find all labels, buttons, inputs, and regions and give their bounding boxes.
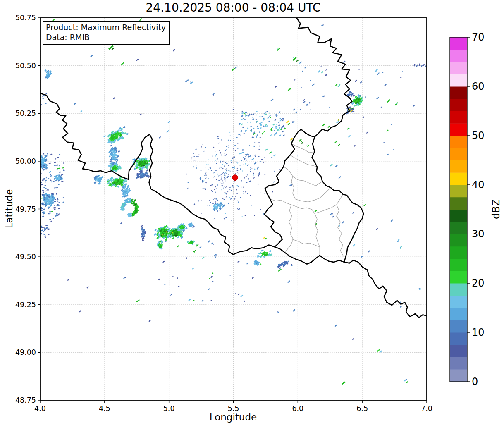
y-tick-label: 49.50: [15, 253, 36, 261]
y-tick-label: 49.75: [15, 205, 36, 213]
colorbar-band: [450, 308, 467, 320]
colorbar-band: [450, 210, 467, 222]
radar-echo-cell: [43, 187, 45, 188]
radar-echo-cell: [43, 169, 44, 170]
radar-echo-cell: [44, 197, 45, 198]
colorbar-band: [450, 332, 467, 345]
colorbar-band: [450, 320, 467, 332]
colorbar-band: [450, 37, 467, 50]
colorbar-band: [450, 197, 467, 210]
radar-echo-cell: [47, 153, 48, 154]
x-tick-label: 5.0: [163, 404, 175, 413]
x-tick-label: 4.5: [99, 404, 110, 413]
product-box: Product: Maximum Reflectivity Data: RMIB: [43, 21, 170, 45]
radar-echo-cell: [43, 153, 44, 154]
colorbar-band: [450, 234, 467, 246]
product-box-line1: Product: Maximum Reflectivity: [46, 22, 166, 32]
colorbar-band: [450, 345, 467, 357]
colorbar-band: [450, 86, 467, 99]
y-tick-label: 49.25: [15, 301, 36, 309]
colorbar-tick-label: 70: [472, 31, 485, 43]
colorbar-tick-label: 20: [472, 277, 485, 289]
colorbar-band: [450, 283, 467, 296]
colorbar-band: [450, 296, 467, 308]
radar-echo-cell: [54, 176, 55, 177]
radar-echo-cell: [45, 182, 46, 182]
x-axis-label: Longitude: [210, 412, 257, 423]
product-box-line2: Data: RMIB: [46, 32, 166, 42]
y-tick-label: 49.00: [15, 348, 36, 356]
y-tick-label: 50.50: [15, 62, 36, 70]
figure-title: 24.10.2025 08:00 - 08:04 UTC: [146, 1, 321, 14]
colorbar-tick-label: 40: [472, 179, 485, 191]
radar-site-marker: [232, 175, 238, 181]
colorbar-band: [450, 172, 467, 185]
colorbar-band: [450, 185, 467, 197]
radar-echo-cell: [57, 204, 59, 205]
x-tick-label: 4.0: [34, 404, 46, 413]
colorbar-tick-label: 30: [472, 228, 485, 240]
colorbar-band: [450, 136, 467, 148]
radar-echo-cell: [56, 213, 58, 215]
radar-echo-cell: [57, 168, 60, 169]
colorbar-band: [450, 111, 467, 124]
x-tick-label: 6.5: [356, 404, 368, 413]
colorbar-band: [450, 148, 467, 160]
radar-figure: 24.10.2025 08:00 - 08:04 UTC Product: Ma…: [0, 0, 504, 430]
radar-echo-cell: [63, 162, 64, 164]
colorbar-band: [450, 123, 467, 136]
colorbar-label: dBZ: [490, 199, 502, 219]
radar-echo-cell: [48, 234, 49, 235]
x-tick-label: 6.0: [292, 404, 303, 413]
colorbar-band: [450, 271, 467, 283]
radar-echo-cell: [45, 237, 46, 238]
x-tick-label: 5.5: [228, 404, 239, 413]
colorbar-tick-label: 10: [472, 327, 485, 338]
y-tick-label: 48.75: [15, 396, 36, 404]
radar-echo-cell: [50, 221, 52, 222]
colorbar-band: [450, 50, 467, 62]
colorbar-band: [450, 99, 467, 111]
colorbar-band: [450, 160, 467, 173]
radar-echo-cell: [43, 231, 44, 232]
radar-echo-cell: [47, 189, 49, 190]
radar-echo-cell: [43, 227, 45, 228]
colorbar-band: [450, 222, 467, 234]
y-tick-label: 50.00: [15, 157, 36, 165]
colorbar-band: [450, 259, 467, 271]
radar-echo-cell: [59, 172, 61, 173]
radar-echo-cell: [199, 179, 200, 179]
colorbar-band: [450, 369, 467, 382]
colorbar-band: [450, 246, 467, 259]
x-tick-label: 7.0: [421, 404, 432, 413]
colorbar-tick-label: 50: [472, 130, 485, 141]
colorbar: [450, 37, 470, 382]
colorbar-tick-label: 0: [472, 376, 478, 387]
map-canvas: [0, 0, 504, 430]
colorbar-tick-label: 60: [472, 81, 485, 92]
colorbar-band: [450, 357, 467, 370]
radar-echo-cell: [50, 171, 51, 172]
y-tick-label: 50.75: [15, 14, 36, 22]
colorbar-band: [450, 62, 467, 74]
colorbar-band: [450, 74, 467, 86]
y-axis-label: Latitude: [4, 189, 14, 229]
y-tick-label: 50.25: [15, 109, 36, 117]
